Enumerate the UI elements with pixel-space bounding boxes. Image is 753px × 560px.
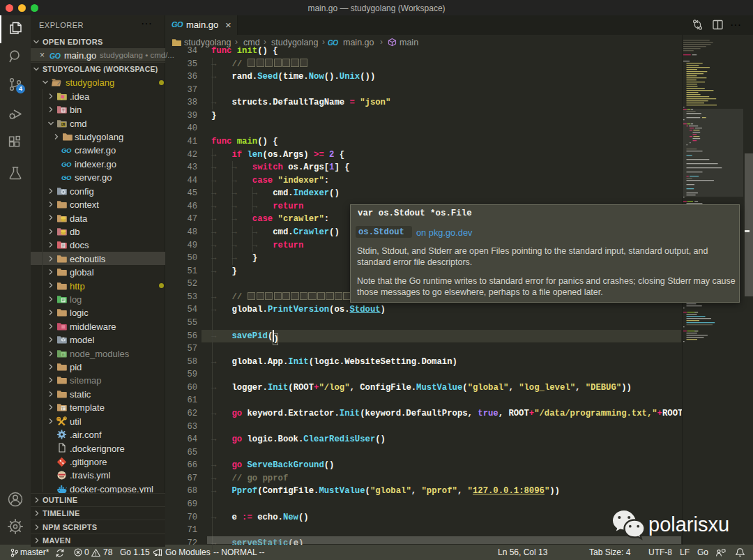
svg-text:n: n — [62, 352, 64, 356]
